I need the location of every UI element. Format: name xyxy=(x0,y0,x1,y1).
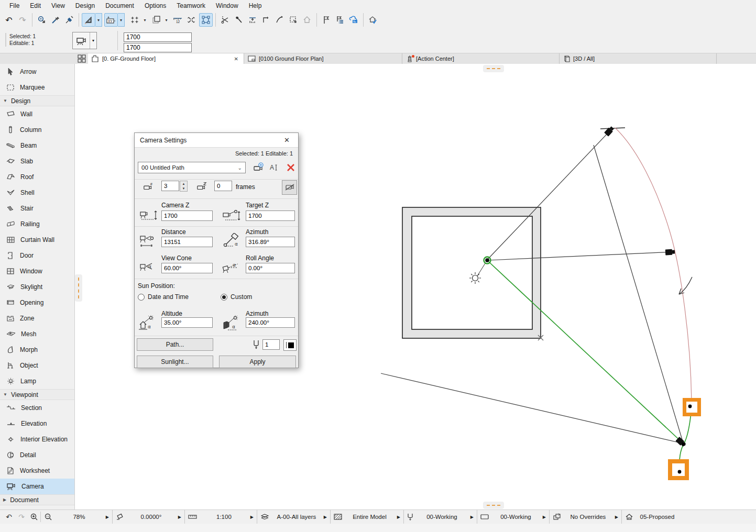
camera-visibility-toggle[interactable] xyxy=(282,180,297,195)
menu-window[interactable]: Window xyxy=(211,1,244,10)
find-select-icon[interactable] xyxy=(35,13,49,27)
marker-style-selector[interactable]: 00-Working ▶ xyxy=(477,510,550,524)
distance-field[interactable] xyxy=(161,237,213,247)
camera-tool-dropdown[interactable]: ▾ xyxy=(90,32,96,49)
overrides-selector[interactable]: No Overrides ▶ xyxy=(550,510,622,524)
tool-mesh[interactable]: Mesh xyxy=(0,326,74,342)
camera-number-field[interactable] xyxy=(161,181,179,191)
tool-morph[interactable]: Morph xyxy=(0,342,74,358)
pen-number-field[interactable] xyxy=(262,339,280,350)
layer-selector[interactable]: A-00-All layers ▶ xyxy=(257,510,331,524)
renovation-selector[interactable]: 05-Proposed xyxy=(622,510,684,524)
tool-wall[interactable]: Wall xyxy=(0,106,74,122)
tool-camera[interactable]: Camera xyxy=(0,479,74,494)
sun-symbol[interactable] xyxy=(469,272,481,284)
left-splitter-handle[interactable] xyxy=(75,274,82,302)
flag-list-icon[interactable] xyxy=(333,13,347,27)
wall-outline-inner[interactable] xyxy=(412,216,532,329)
delete-path-button[interactable] xyxy=(285,162,297,173)
intersect-icon[interactable] xyxy=(259,13,273,27)
menu-file[interactable]: File xyxy=(4,1,25,10)
tool-marquee[interactable]: Marquee xyxy=(0,80,74,95)
tool-detail[interactable]: Detail xyxy=(0,447,74,463)
split-icon[interactable] xyxy=(218,13,232,27)
tab-close-icon[interactable]: ✕ xyxy=(233,56,240,62)
tool-column[interactable]: Column xyxy=(0,122,74,138)
path-handle-lower[interactable] xyxy=(668,459,689,480)
radio-date-and-time[interactable]: Date and Time xyxy=(138,293,189,301)
pen-color-button[interactable] xyxy=(283,339,297,351)
tool-skylight[interactable]: Skylight xyxy=(0,279,74,295)
menu-view[interactable]: View xyxy=(46,1,70,10)
coordinates-icon[interactable]: XY xyxy=(104,13,118,27)
tool-beam[interactable]: Beam xyxy=(0,138,74,153)
offset-icon[interactable] xyxy=(149,13,163,27)
scale-selector[interactable]: 1:100 ▶ xyxy=(185,510,257,524)
tool-railing[interactable]: Railing xyxy=(0,216,74,232)
tool-interior-elevation[interactable]: Interior Elevation xyxy=(0,431,74,447)
pen-set-selector[interactable]: 00-Working ▶ xyxy=(404,510,477,524)
camera2-glyph[interactable] xyxy=(665,249,675,256)
tool-section[interactable]: Section xyxy=(0,400,74,416)
tool-door[interactable]: Door xyxy=(0,248,74,263)
guide-lines-icon[interactable] xyxy=(82,13,95,27)
add-camera-button[interactable] xyxy=(253,162,265,173)
menu-teamwork[interactable]: Teamwork xyxy=(171,1,211,10)
bottom-splitter-handle[interactable] xyxy=(483,502,504,509)
redo-button[interactable]: ↷ xyxy=(16,13,29,27)
menu-design[interactable]: Design xyxy=(70,1,100,10)
rename-path-button[interactable]: A xyxy=(268,162,280,173)
snap-points-icon[interactable] xyxy=(128,13,141,27)
view-forward-button[interactable]: ↷ xyxy=(15,511,28,523)
tool-slab[interactable]: Slab xyxy=(0,153,74,169)
top-splitter-handle[interactable] xyxy=(483,65,504,72)
view-back-button[interactable]: ↶ xyxy=(3,511,15,523)
radio-custom[interactable]: Custom xyxy=(221,293,252,301)
home-story-icon[interactable] xyxy=(300,13,314,27)
toolbox-design-header[interactable]: ▼ Design xyxy=(0,95,74,106)
tool-lamp[interactable]: Lamp xyxy=(0,373,74,389)
camera-z-quick-field[interactable] xyxy=(124,32,192,42)
azimuth-field[interactable] xyxy=(246,237,295,247)
tool-worksheet[interactable]: Worksheet xyxy=(0,463,74,479)
resize-icon[interactable] xyxy=(287,13,300,27)
sunlight-button[interactable]: Sunlight... xyxy=(137,356,213,368)
cloud-manager-icon[interactable] xyxy=(347,13,360,27)
toolbox-viewpoint-header[interactable]: ▼ Viewpoint xyxy=(0,389,74,400)
quad-view-button[interactable] xyxy=(75,53,88,64)
dialog-title-bar[interactable]: Camera Settings ✕ xyxy=(135,133,298,148)
view-cone-field[interactable] xyxy=(161,263,213,273)
tool-arrow[interactable]: Arrow xyxy=(0,64,74,80)
tab-layout[interactable]: [0100 Ground Floor Plan] xyxy=(244,53,402,64)
camera-number-spinner[interactable]: ▲▼ xyxy=(180,181,188,192)
menu-edit[interactable]: Edit xyxy=(25,1,46,10)
menu-help[interactable]: Help xyxy=(244,1,267,10)
tool-zone[interactable]: Zone xyxy=(0,311,74,326)
path-dropdown[interactable]: 00 Untitled Path ⌄ xyxy=(138,162,246,173)
offset-dropdown[interactable]: ▾ xyxy=(163,13,170,27)
snap-points-dropdown[interactable]: ▾ xyxy=(141,13,148,27)
tab-3d-all[interactable]: [3D / All] xyxy=(560,53,717,64)
ruler-icon[interactable]: 12 xyxy=(171,13,184,27)
path-handle-upper[interactable] xyxy=(683,398,701,416)
apply-button[interactable]: Apply xyxy=(219,356,296,368)
tab-action-center[interactable]: [Action Center] xyxy=(402,53,560,64)
tool-curtain-wall[interactable]: Curtain Wall xyxy=(0,232,74,248)
coordinates-dropdown[interactable]: ▾ xyxy=(118,13,125,27)
edit-plane-icon[interactable] xyxy=(199,13,213,27)
dialog-close-icon[interactable]: ✕ xyxy=(281,135,293,145)
zoom-in-button[interactable] xyxy=(28,511,40,523)
camera-z-field[interactable] xyxy=(161,210,213,221)
menu-document[interactable]: Document xyxy=(100,1,139,10)
fillet-icon[interactable] xyxy=(273,13,287,27)
flag-icon[interactable] xyxy=(320,13,333,27)
guide-lines-dropdown[interactable]: ▾ xyxy=(95,13,102,27)
undo-button[interactable]: ↶ xyxy=(2,13,16,27)
tab-ground-floor[interactable]: [0. GF-Ground Floor] ✕ xyxy=(88,53,244,64)
camera-path-spline[interactable] xyxy=(615,128,692,404)
zoom-level-selector[interactable]: 78% ▶ xyxy=(41,510,113,524)
menu-options[interactable]: Options xyxy=(139,1,171,10)
toolbox-document-header[interactable]: ▶ Document xyxy=(0,494,74,505)
pickup-parameters-icon[interactable] xyxy=(49,13,62,27)
tool-window[interactable]: Window xyxy=(0,263,74,279)
